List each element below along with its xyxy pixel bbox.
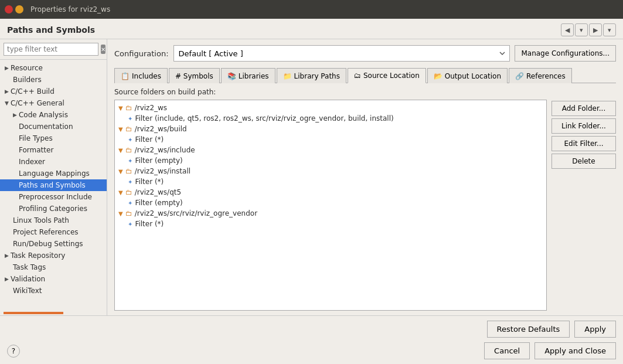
tab-includes[interactable]: 📋 Includes bbox=[114, 68, 168, 83]
source-location-icon: 🗂 bbox=[354, 72, 361, 80]
sidebar-item-label: Indexer bbox=[19, 158, 45, 166]
sidebar-item-builders[interactable]: Builders bbox=[0, 74, 107, 86]
folder-icon: 🗀 bbox=[125, 188, 132, 196]
arrow-icon: ▶ bbox=[5, 253, 9, 258]
sidebar-item-label: Code Analysis bbox=[19, 111, 68, 119]
folder-icon: 🗀 bbox=[125, 125, 132, 133]
tab-symbols[interactable]: # Symbols bbox=[169, 68, 220, 83]
sidebar-item-task-repository[interactable]: ▶ Task Repository bbox=[0, 250, 107, 261]
window-controls bbox=[5, 5, 23, 13]
forward-dropdown-button[interactable]: ▾ bbox=[603, 23, 616, 36]
source-tree-item[interactable]: ✦ Filter (include, qt5, ros2, ros2_ws, s… bbox=[115, 113, 546, 124]
source-tree-item[interactable]: ✦ Filter (*) bbox=[115, 219, 546, 229]
source-tree-label: Filter (empty) bbox=[135, 199, 182, 207]
sidebar-item-file-types[interactable]: File Types bbox=[0, 132, 107, 144]
titlebar: Properties for rviz2_ws bbox=[0, 0, 623, 19]
tab-output-location[interactable]: 📂 Output Location bbox=[427, 68, 508, 83]
filter-input[interactable] bbox=[4, 43, 98, 56]
bottom-area: Restore Defaults Apply ? Cancel Apply an… bbox=[0, 315, 623, 364]
sidebar-item-language-mappings[interactable]: Language Mappings bbox=[0, 168, 107, 179]
sidebar-item-preprocessor[interactable]: Preprocessor Include bbox=[0, 191, 107, 203]
sidebar-item-documentation[interactable]: Documentation bbox=[0, 121, 107, 132]
link-folder-button[interactable]: Link Folder... bbox=[551, 118, 616, 134]
manage-configurations-button[interactable]: Manage Configurations... bbox=[515, 45, 616, 62]
nav-arrows: ◀ ▾ ▶ ▾ bbox=[561, 23, 616, 36]
source-tree-item[interactable]: ▼ 🗀 /rviz2_ws/qt5 bbox=[115, 187, 546, 198]
back-button[interactable]: ◀ bbox=[561, 23, 574, 36]
edit-filter-button[interactable]: Edit Filter... bbox=[551, 136, 616, 151]
sidebar-item-formatter[interactable]: Formatter bbox=[0, 144, 107, 156]
tab-library-paths[interactable]: 📁 Library Paths bbox=[277, 68, 346, 83]
tab-source-location[interactable]: 🗂 Source Location bbox=[348, 68, 426, 83]
arrow-icon: ▼ bbox=[5, 100, 9, 106]
source-tree-item[interactable]: ✦ Filter (*) bbox=[115, 176, 546, 187]
add-folder-button[interactable]: Add Folder... bbox=[551, 101, 616, 116]
source-tree-item[interactable]: ✦ Filter (empty) bbox=[115, 155, 546, 166]
sidebar-item-linux-tools[interactable]: Linux Tools Path bbox=[0, 215, 107, 226]
sidebar-item-task-tags[interactable]: Task Tags bbox=[0, 261, 107, 273]
source-tree-label: /rviz2_ws/qt5 bbox=[135, 188, 181, 196]
sidebar-item-label: Resource bbox=[11, 64, 43, 72]
sidebar-item-code-analysis[interactable]: ▶ Code Analysis bbox=[0, 109, 107, 121]
sidebar-item-label: File Types bbox=[19, 134, 53, 142]
source-label: Source folders on build path: bbox=[114, 88, 616, 96]
sidebar-item-label: Paths and Symbols bbox=[19, 181, 86, 189]
tab-label: References bbox=[526, 72, 566, 80]
clear-filter-button[interactable]: ✕ bbox=[101, 45, 105, 54]
source-tree-item[interactable]: ✦ Filter (empty) bbox=[115, 198, 546, 208]
restore-defaults-button[interactable]: Restore Defaults bbox=[487, 321, 570, 338]
source-tree[interactable]: ▼ 🗀 /rviz2_ws ✦ Filter (include, qt5, ro… bbox=[114, 100, 547, 311]
delete-button[interactable]: Delete bbox=[551, 154, 616, 169]
sidebar-item-cpp-build[interactable]: ▶ C/C++ Build bbox=[0, 86, 107, 97]
sidebar-item-label: Profiling Categories bbox=[19, 205, 87, 213]
sidebar-item-label: Linux Tools Path bbox=[13, 216, 69, 224]
source-tree-item[interactable]: ▼ 🗀 /rviz2_ws/include bbox=[115, 145, 546, 155]
sidebar-tree: ▶ Resource Builders ▶ C/C++ Build ▼ C/C+… bbox=[0, 60, 107, 311]
action-buttons: Add Folder... Link Folder... Edit Filter… bbox=[551, 100, 616, 311]
sidebar-item-wikitext[interactable]: WikiText bbox=[0, 285, 107, 297]
sidebar-item-label: Validation bbox=[11, 275, 45, 283]
source-tree-label: Filter (*) bbox=[135, 178, 164, 186]
source-tree-label: /rviz2_ws/src/rviz/rviz_ogre_vendor bbox=[135, 209, 257, 217]
apply-and-close-button[interactable]: Apply and Close bbox=[535, 342, 616, 359]
sidebar-item-label: Run/Debug Settings bbox=[13, 240, 83, 248]
minimize-button[interactable] bbox=[15, 5, 23, 13]
includes-icon: 📋 bbox=[121, 72, 130, 80]
collapse-icon: ▼ bbox=[118, 105, 123, 111]
source-tree-item[interactable]: ▼ 🗀 /rviz2_ws/build bbox=[115, 124, 546, 134]
sidebar-item-label: Builders bbox=[13, 76, 42, 84]
back-dropdown-button[interactable]: ▾ bbox=[575, 23, 588, 36]
scroll-indicator bbox=[4, 312, 103, 314]
source-tree-item[interactable]: ▼ 🗀 /rviz2_ws/src/rviz/rviz_ogre_vendor bbox=[115, 208, 546, 219]
source-tree-label: Filter (*) bbox=[135, 220, 164, 228]
sidebar-item-run-debug[interactable]: Run/Debug Settings bbox=[0, 238, 107, 250]
sidebar-item-profiling[interactable]: Profiling Categories bbox=[0, 203, 107, 215]
library-paths-icon: 📁 bbox=[283, 72, 292, 80]
cancel-button[interactable]: Cancel bbox=[484, 342, 530, 359]
source-tree-item[interactable]: ▼ 🗀 /rviz2_ws bbox=[115, 103, 546, 113]
filter-icon: ✦ bbox=[128, 221, 132, 227]
help-button[interactable]: ? bbox=[7, 345, 20, 358]
sidebar-item-paths-symbols[interactable]: Paths and Symbols bbox=[0, 179, 107, 191]
config-row: Configuration: Default [ Active ] Manage… bbox=[114, 45, 616, 62]
sidebar-item-project-references[interactable]: Project References bbox=[0, 226, 107, 238]
apply-button[interactable]: Apply bbox=[574, 321, 616, 338]
source-tree-item[interactable]: ✦ Filter (*) bbox=[115, 134, 546, 145]
close-button[interactable] bbox=[5, 5, 13, 13]
sidebar-item-label: Task Repository bbox=[11, 251, 66, 260]
tab-libraries[interactable]: 📚 Libraries bbox=[221, 68, 275, 83]
sidebar-item-label: C/C++ General bbox=[11, 99, 64, 107]
tree-panel: ▼ 🗀 /rviz2_ws ✦ Filter (include, qt5, ro… bbox=[114, 100, 616, 311]
sidebar-item-resource[interactable]: ▶ Resource bbox=[0, 62, 107, 74]
sidebar-item-validation[interactable]: ▶ Validation bbox=[0, 273, 107, 285]
source-tree-item[interactable]: ▼ 🗀 /rviz2_ws/install bbox=[115, 166, 546, 176]
collapse-icon: ▼ bbox=[118, 210, 123, 217]
arrow-icon: ▶ bbox=[5, 276, 9, 282]
main-window: Paths and Symbols ◀ ▾ ▶ ▾ ✕ ▶ Resource B… bbox=[0, 19, 623, 364]
configuration-select[interactable]: Default [ Active ] bbox=[173, 45, 510, 62]
tab-references[interactable]: 🔗 References bbox=[509, 68, 572, 83]
sidebar-item-indexer[interactable]: Indexer bbox=[0, 156, 107, 168]
forward-button[interactable]: ▶ bbox=[589, 23, 602, 36]
sidebar-item-cpp-general[interactable]: ▼ C/C++ General bbox=[0, 97, 107, 109]
source-tree-label: Filter (include, qt5, ros2, ros2_ws, src… bbox=[135, 114, 393, 123]
